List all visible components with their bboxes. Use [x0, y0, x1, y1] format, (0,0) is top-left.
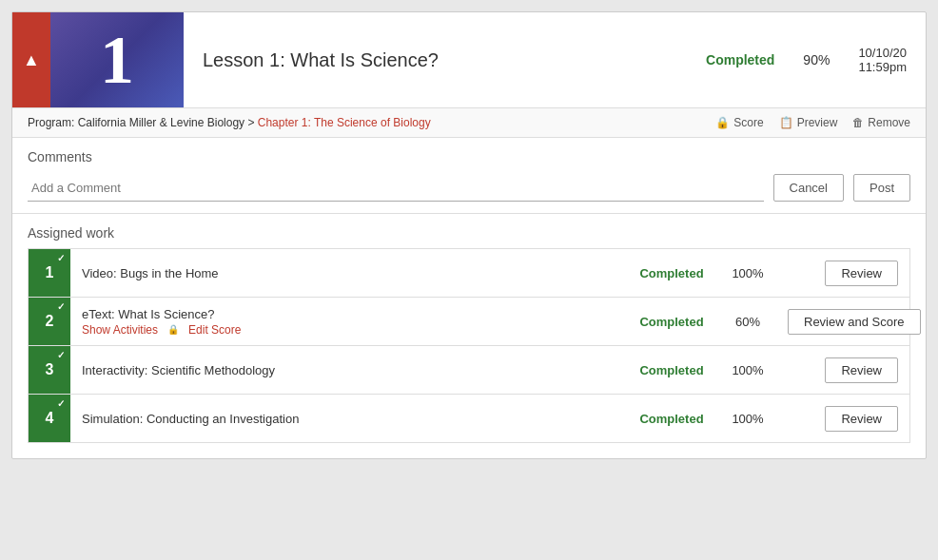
work-number-4: 4 [46, 410, 54, 427]
breadcrumb-program: Program: California Miller & Levine Biol… [28, 116, 244, 129]
lesson-score: 90% [803, 52, 830, 68]
lesson-number: 1 [100, 21, 134, 100]
preview-button[interactable]: 📋 Preview [779, 116, 838, 129]
work-number-2: 2 [46, 313, 54, 330]
work-num-3: ✓ 3 [29, 346, 70, 394]
comment-input[interactable] [28, 175, 764, 202]
work-action-4: Review [776, 398, 909, 439]
score-icon: 🔒 [715, 116, 730, 129]
due-time-value: 11:59pm [858, 60, 907, 74]
cancel-button[interactable]: Cancel [773, 174, 844, 202]
assigned-work-label: Assigned work [28, 225, 910, 241]
lesson-status: Completed [706, 52, 774, 68]
work-row-2: ✓ 2 eText: What Is Science? Show Activit… [28, 298, 910, 346]
review-button-1[interactable]: Review [825, 261, 898, 286]
work-title-cell-3: Interactivity: Scientific Methodology [70, 356, 624, 385]
work-score-1: 100% [719, 266, 776, 280]
work-status-4: Completed [624, 412, 719, 426]
work-title-4: Simulation: Conducting an Investigation [82, 412, 299, 426]
work-num-4: ✓ 4 [29, 395, 70, 442]
breadcrumb-separator: > [247, 116, 257, 129]
remove-button[interactable]: 🗑 Remove [852, 116, 910, 129]
score-button[interactable]: 🔒 Score [715, 116, 763, 129]
work-action-3: Review [776, 350, 909, 391]
lesson-number-box: 1 [50, 12, 184, 107]
assigned-work-section: Assigned work ✓ 1 Video: Bugs in the Hom… [12, 214, 926, 458]
comments-label: Comments [28, 149, 910, 164]
page-container: ▲ 1 Lesson 1: What Is Science? Completed… [0, 0, 938, 471]
breadcrumb-row: Program: California Miller & Levine Biol… [12, 108, 926, 138]
work-num-1: ✓ 1 [29, 249, 70, 297]
work-status-2: Completed [624, 315, 719, 329]
comment-input-area: Cancel Post [28, 174, 910, 202]
preview-icon: 📋 [779, 116, 793, 129]
checkmark-2: ✓ [57, 301, 65, 312]
work-status-3: Completed [624, 363, 719, 377]
work-action-2: Review and Score [776, 301, 909, 342]
work-title-cell-2: eText: What Is Science? Show Activities … [70, 299, 624, 344]
lesson-title: Lesson 1: What Is Science? [203, 49, 687, 71]
work-number-1: 1 [46, 264, 54, 281]
post-button[interactable]: Post [853, 174, 910, 202]
checkmark-4: ✓ [57, 398, 65, 409]
checkmark-3: ✓ [57, 350, 65, 360]
work-row-3: ✓ 3 Interactivity: Scientific Methodolog… [28, 346, 910, 395]
due-date-value: 10/10/20 [858, 46, 907, 60]
work-title-1: Video: Bugs in the Home [82, 266, 219, 280]
show-activities-link[interactable]: Show Activities [82, 323, 158, 337]
breadcrumb: Program: California Miller & Levine Biol… [28, 116, 431, 129]
lesson-header: ▲ 1 Lesson 1: What Is Science? Completed… [12, 12, 926, 108]
lesson-due-date: 10/10/20 11:59pm [858, 46, 907, 74]
up-arrow-button[interactable]: ▲ [12, 12, 50, 107]
lesson-status-area: Completed 90% 10/10/20 11:59pm [706, 36, 926, 84]
review-button-4[interactable]: Review [825, 406, 898, 432]
work-row-4: ✓ 4 Simulation: Conducting an Investigat… [28, 395, 910, 443]
lesson-card: ▲ 1 Lesson 1: What Is Science? Completed… [11, 11, 927, 459]
work-sub-actions-2: Show Activities 🔒 Edit Score [82, 323, 613, 337]
work-row-1: ✓ 1 Video: Bugs in the Home Completed 10… [28, 248, 910, 298]
work-number-3: 3 [46, 361, 54, 378]
work-title-cell-4: Simulation: Conducting an Investigation [70, 404, 624, 434]
work-score-2: 60% [719, 315, 776, 329]
edit-score-link[interactable]: Edit Score [188, 323, 241, 337]
comments-section: Comments Cancel Post [12, 138, 926, 214]
work-status-1: Completed [624, 266, 719, 280]
breadcrumb-actions: 🔒 Score 📋 Preview 🗑 Remove [715, 116, 910, 129]
work-title-cell-1: Video: Bugs in the Home [70, 259, 624, 288]
work-action-1: Review [776, 253, 909, 294]
review-button-3[interactable]: Review [825, 357, 898, 383]
breadcrumb-chapter[interactable]: Chapter 1: The Science of Biology [258, 116, 431, 129]
work-num-2: ✓ 2 [29, 298, 70, 345]
work-title-3: Interactivity: Scientific Methodology [82, 363, 275, 377]
lesson-info: Lesson 1: What Is Science? [184, 30, 706, 90]
checkmark-1: ✓ [57, 253, 65, 263]
review-score-button-2[interactable]: Review and Score [788, 309, 921, 335]
work-score-3: 100% [719, 363, 776, 377]
lock-icon-2: 🔒 [167, 324, 179, 335]
work-score-4: 100% [719, 412, 776, 426]
work-title-2: eText: What Is Science? [82, 307, 214, 321]
remove-icon: 🗑 [852, 116, 864, 129]
